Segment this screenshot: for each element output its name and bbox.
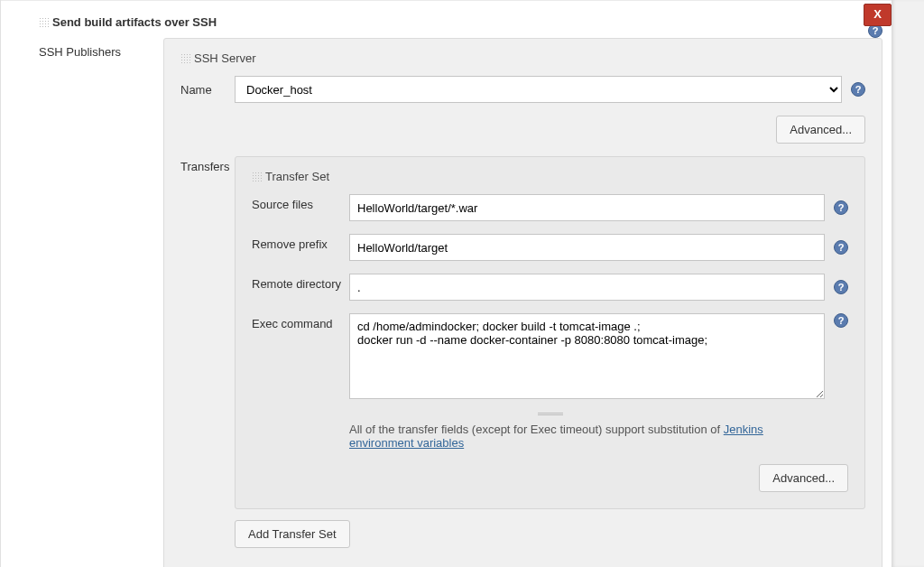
source-files-input[interactable] xyxy=(349,194,825,221)
transfer-set-heading: Transfer Set xyxy=(252,170,848,183)
remove-prefix-input[interactable] xyxy=(349,234,825,261)
ssh-publishers-label: SSH Publishers xyxy=(39,38,147,567)
remove-prefix-label: Remove prefix xyxy=(252,234,349,251)
exec-command-textarea[interactable]: cd /home/admindocker; docker build -t to… xyxy=(349,313,825,399)
transfer-advanced-row: Advanced... xyxy=(252,464,848,492)
help-icon[interactable]: ? xyxy=(834,313,848,328)
drag-handle-icon[interactable] xyxy=(252,172,262,181)
advanced-button[interactable]: Advanced... xyxy=(776,116,865,144)
ssh-server-panel: SSH Server Name Docker_host ? Advanced..… xyxy=(163,38,882,567)
remote-directory-input[interactable] xyxy=(349,274,825,301)
info-text-pre: All of the transfer fields (except for E… xyxy=(349,423,724,436)
name-select[interactable]: Docker_host xyxy=(235,76,842,103)
ssh-server-heading: SSH Server xyxy=(180,51,865,65)
ssh-server-heading-text: SSH Server xyxy=(194,51,256,65)
help-icon[interactable]: ? xyxy=(851,82,865,97)
drag-handle-icon[interactable] xyxy=(39,17,49,27)
exec-command-row: Exec command cd /home/admindocker; docke… xyxy=(252,313,848,399)
drag-handle-icon[interactable] xyxy=(180,53,190,63)
resize-grip-icon[interactable] xyxy=(252,412,848,415)
help-icon[interactable]: ? xyxy=(834,280,848,294)
exec-command-label: Exec command xyxy=(252,313,349,330)
transfer-set-panel: Transfer Set Source files ? Remove prefi… xyxy=(235,156,865,509)
transfer-info-text: All of the transfer fields (except for E… xyxy=(349,423,848,450)
transfers-label: Transfers xyxy=(180,156,235,173)
help-icon[interactable]: ? xyxy=(834,200,848,215)
source-files-label: Source files xyxy=(252,194,349,211)
source-files-row: Source files ? xyxy=(252,194,848,221)
remove-prefix-row: Remove prefix ? xyxy=(252,234,848,261)
advanced-button[interactable]: Advanced... xyxy=(759,464,848,492)
add-transfer-set-button[interactable]: Add Transfer Set xyxy=(235,520,350,548)
help-icon[interactable]: ? xyxy=(834,240,848,255)
name-row: Name Docker_host ? xyxy=(180,76,865,103)
advanced-row: Advanced... xyxy=(180,116,865,144)
section-header: Send build artifacts over SSH xyxy=(1,0,892,38)
transfers-row: Transfers Transfer Set Source files ? xyxy=(180,156,865,548)
name-label: Name xyxy=(180,83,235,97)
transfer-set-heading-text: Transfer Set xyxy=(265,170,329,183)
close-button[interactable]: X xyxy=(864,4,892,26)
right-gutter xyxy=(892,0,924,567)
ssh-publishers-row: SSH Publishers SSH Server Name Docker_ho… xyxy=(1,38,892,567)
remote-directory-row: Remote directory ? xyxy=(252,274,848,301)
add-transfer-set-row: Add Transfer Set xyxy=(235,520,865,548)
section-title: Send build artifacts over SSH xyxy=(52,15,217,29)
remote-directory-label: Remote directory xyxy=(252,274,349,291)
build-step-container: X ? Send build artifacts over SSH SSH Pu… xyxy=(0,0,892,567)
